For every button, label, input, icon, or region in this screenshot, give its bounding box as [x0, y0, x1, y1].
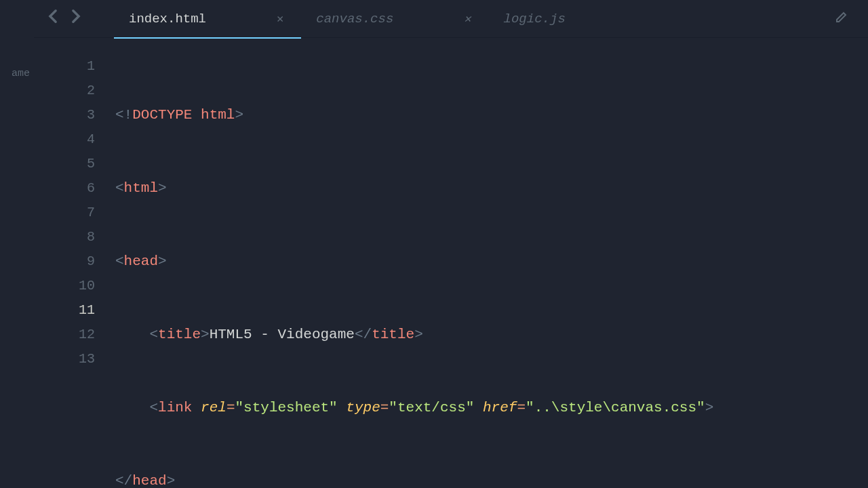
line-gutter: 1 2 3 4 5 6 7 8 9 10 11 12 13 — [34, 54, 115, 488]
line-number: 2 — [34, 79, 95, 103]
close-icon[interactable]: ✕ — [274, 12, 286, 26]
tab-label: index.html — [129, 12, 206, 26]
nav-forward-icon[interactable] — [71, 9, 81, 28]
tab-bar: index.html ✕ canvas.css ✕ logic.js — [34, 0, 868, 38]
tabs-container: index.html ✕ canvas.css ✕ logic.js — [114, 0, 835, 38]
line-number: 1 — [34, 54, 95, 79]
edit-icon[interactable] — [835, 14, 848, 26]
tab-label: canvas.css — [316, 12, 393, 26]
file-explorer-sidebar: ame — [0, 0, 34, 488]
code-line: <title>HTML5 - Videogame</title> — [115, 323, 868, 347]
line-number: 8 — [34, 225, 95, 249]
tab-canvas-css[interactable]: canvas.css ✕ — [301, 0, 488, 38]
line-number: 12 — [34, 323, 95, 347]
code-line: <head> — [115, 249, 868, 274]
code-editor[interactable]: 1 2 3 4 5 6 7 8 9 10 11 12 13 <!DOCTYPE … — [34, 38, 868, 488]
nav-back-icon[interactable] — [47, 9, 58, 28]
line-number: 5 — [34, 152, 95, 176]
tab-label: logic.js — [504, 12, 566, 26]
line-number: 11 — [34, 298, 95, 323]
code-content[interactable]: <!DOCTYPE html> <html> <head> <title>HTM… — [115, 54, 868, 488]
tab-actions — [835, 11, 868, 26]
line-number: 3 — [34, 103, 95, 127]
line-number: 4 — [34, 127, 95, 152]
line-number: 10 — [34, 274, 95, 298]
line-number: 7 — [34, 201, 95, 225]
code-line: <link rel="stylesheet" type="text/css" h… — [115, 396, 868, 420]
line-number: 9 — [34, 249, 95, 274]
code-line: </head> — [115, 469, 868, 488]
nav-arrows — [47, 9, 81, 28]
sidebar-truncated-text: ame — [12, 68, 30, 488]
code-line: <html> — [115, 176, 868, 201]
main-panel: index.html ✕ canvas.css ✕ logic.js 1 2 3… — [34, 0, 868, 488]
tab-logic-js[interactable]: logic.js — [489, 0, 580, 38]
line-number: 13 — [34, 347, 95, 371]
line-number: 6 — [34, 176, 95, 201]
code-line: <!DOCTYPE html> — [115, 103, 868, 127]
tab-index-html[interactable]: index.html ✕ — [114, 0, 301, 38]
close-icon[interactable]: ✕ — [461, 12, 473, 26]
